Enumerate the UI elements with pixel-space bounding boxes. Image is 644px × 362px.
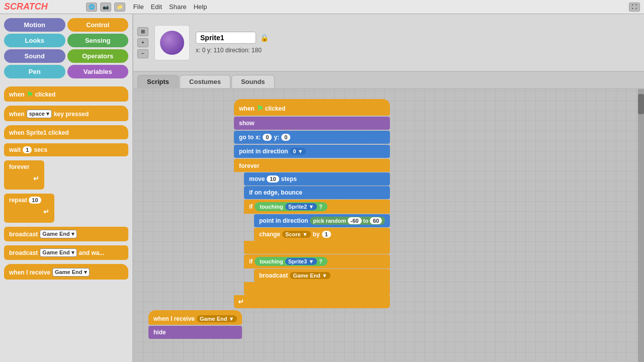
maximize-icon[interactable]: ⛶ xyxy=(629,3,640,12)
block-goto[interactable]: go to x: 0 y: 0 xyxy=(234,131,390,144)
receive-gameend-dropdown[interactable]: Game End ▼ xyxy=(197,315,237,322)
sprite-name-row: 🔒 xyxy=(196,32,269,44)
block-text: broadcast xyxy=(9,231,38,238)
cat-sensing[interactable]: Sensing xyxy=(67,34,129,47)
lock-icon[interactable]: 🔒 xyxy=(260,34,269,42)
block-text: when xyxy=(9,111,25,118)
script-tabs: Scripts Costumes Sounds xyxy=(133,72,644,89)
block-bounce[interactable]: if on edge, bounce xyxy=(244,186,390,199)
block-point-dir[interactable]: point in direction 0 ▼ xyxy=(234,145,390,158)
block-forever[interactable]: forever ↵ xyxy=(4,160,44,190)
block-when-sprite-clicked[interactable]: when Sprite1 clicked xyxy=(4,125,128,139)
flag-icon: ⚑ xyxy=(27,90,33,99)
block-if-sprite3[interactable]: if touching Sprite3 ▼ ? xyxy=(244,254,390,268)
menu-edit[interactable]: Edit xyxy=(151,3,162,11)
touching-sprite2-condition[interactable]: touching Sprite2 ▼ ? xyxy=(255,202,327,211)
block-broadcast-gameend[interactable]: broadcast Game End ▼ xyxy=(254,269,390,282)
scripts-canvas[interactable]: when ⚑ clicked show go to x: 0 y: 0 poin… xyxy=(133,89,644,362)
menu-help[interactable]: Help xyxy=(194,3,207,11)
cat-pen[interactable]: Pen xyxy=(4,65,65,78)
tab-scripts[interactable]: Scripts xyxy=(137,75,179,88)
block-change-score[interactable]: change Score ▼ by 1 xyxy=(254,228,390,241)
block-when-key[interactable]: when space ▾ key pressed xyxy=(4,106,128,121)
scroll-thumb[interactable] xyxy=(638,94,644,114)
block-text: when Sprite1 clicked xyxy=(9,129,69,136)
zoom-out-icon[interactable]: − xyxy=(137,49,148,58)
block-when-receive[interactable]: when I receive Game End ▾ xyxy=(4,264,128,280)
cat-operators[interactable]: Operators xyxy=(67,49,129,63)
coord-dir-value: 180 xyxy=(252,47,262,54)
cat-sound[interactable]: Sound xyxy=(4,49,65,63)
coord-x-label: x: xyxy=(196,47,200,54)
sprite-details: 🔒 x: 0 y: 110 direction: 180 xyxy=(196,32,269,54)
broadcast-gameend-dropdown[interactable]: Game End ▼ xyxy=(290,272,330,279)
camera-icon[interactable]: 📷 xyxy=(100,3,111,12)
main-script: when ⚑ clicked show go to x: 0 y: 0 poin… xyxy=(234,99,390,308)
pick-random-block[interactable]: pick random -60 to 60 xyxy=(310,217,385,225)
block-repeat[interactable]: repeat 10 ↵ xyxy=(4,194,54,223)
folder-icon[interactable]: 📁 xyxy=(114,3,125,12)
block-when-flag-hat[interactable]: when ⚑ clicked xyxy=(234,99,390,116)
broadcast-wait-dropdown[interactable]: Game End ▾ xyxy=(40,248,76,257)
repeat-num[interactable]: 10 xyxy=(29,197,41,204)
flag-icon-canvas: ⚑ xyxy=(257,104,263,113)
goto-y[interactable]: 0 xyxy=(281,134,290,141)
touching-sprite3-condition[interactable]: touching Sprite3 ▼ ? xyxy=(255,257,327,266)
block-show[interactable]: show xyxy=(234,117,390,130)
block-hide[interactable]: hide xyxy=(148,326,242,339)
tab-costumes[interactable]: Costumes xyxy=(180,75,230,88)
score-delta[interactable]: 1 xyxy=(322,231,331,238)
zoom-in-icon[interactable]: + xyxy=(137,38,148,47)
block-if-sprite2[interactable]: if touching Sprite2 ▼ ? xyxy=(244,200,390,214)
block-point-random[interactable]: point in direction pick random -60 to 60 xyxy=(254,214,390,227)
zoom-fit-icon[interactable]: ⊞ xyxy=(137,27,148,36)
menu-share[interactable]: Share xyxy=(169,3,187,11)
block-forever-top[interactable]: forever xyxy=(234,159,390,172)
dir-dropdown[interactable]: 0 ▼ xyxy=(290,148,306,155)
cat-control[interactable]: Control xyxy=(67,18,129,32)
menu-file[interactable]: File xyxy=(133,3,144,11)
broadcast-dropdown[interactable]: Game End ▾ xyxy=(40,230,76,238)
coord-y-value: 110 xyxy=(213,47,225,54)
globe-icon[interactable]: 🌐 xyxy=(86,3,97,12)
coord-x-value: 0 xyxy=(202,47,207,54)
cat-variables[interactable]: Variables xyxy=(67,65,129,78)
wait-num[interactable]: 1 xyxy=(23,146,32,153)
move-steps[interactable]: 10 xyxy=(267,175,279,183)
menu-bar: File Edit Share Help xyxy=(133,3,207,11)
goto-x[interactable]: 0 xyxy=(263,134,272,141)
random-min[interactable]: -60 xyxy=(348,217,362,224)
random-max[interactable]: 60 xyxy=(370,217,382,224)
category-grid: Motion Control Looks Sensing Sound Opera… xyxy=(0,14,132,82)
key-dropdown[interactable]: space ▾ xyxy=(27,110,52,118)
block-when-flag[interactable]: when ⚑ clicked xyxy=(4,86,128,102)
sprite3-dropdown[interactable]: Sprite3 ▼ xyxy=(285,258,317,265)
score-var-dropdown[interactable]: Score ▼ xyxy=(282,231,311,238)
block-when-receive-canvas[interactable]: when I receive Game End ▼ xyxy=(148,310,242,325)
block-move[interactable]: move 10 steps xyxy=(244,172,390,186)
receive-dropdown[interactable]: Game End ▾ xyxy=(52,268,89,277)
if-sprite3-block: if touching Sprite3 ▼ ? broadcast Game E… xyxy=(244,254,390,295)
sprite2-dropdown[interactable]: Sprite2 ▼ xyxy=(285,203,317,210)
cat-motion[interactable]: Motion xyxy=(4,18,65,32)
block-broadcast-wait[interactable]: broadcast Game End ▾ and wa... xyxy=(4,245,128,260)
tab-sounds[interactable]: Sounds xyxy=(231,75,275,88)
scroll-bar[interactable] xyxy=(638,89,644,362)
block-text: clicked xyxy=(35,91,56,98)
receive-script: when I receive Game End ▼ hide xyxy=(148,310,242,339)
if-sprite2-block: if touching Sprite2 ▼ ? point in directi… xyxy=(244,200,390,254)
repeat-arrow: ↵ xyxy=(43,208,49,216)
cat-looks[interactable]: Looks xyxy=(4,34,65,47)
forever-arrow: ↵ xyxy=(33,174,39,183)
blocks-palette: when ⚑ clicked when space ▾ key pressed … xyxy=(0,82,132,362)
right-panel: ⊞ + − 🔒 x: 0 y: 110 direction: 18 xyxy=(133,14,644,362)
block-broadcast[interactable]: broadcast Game End ▾ xyxy=(4,227,128,241)
block-text: repeat 10 xyxy=(9,197,41,204)
block-forever-end: ↵ xyxy=(234,295,390,308)
topbar: SCRATCH 🌐 📷 📁 File Edit Share Help ⛶ xyxy=(0,0,644,14)
block-text: forever xyxy=(9,163,30,170)
sprite-nav: ⊞ + − xyxy=(137,27,148,58)
sprite-name-input[interactable] xyxy=(196,32,256,44)
coord-y-label: y: xyxy=(207,47,212,54)
block-wait[interactable]: wait 1 secs xyxy=(4,143,128,156)
